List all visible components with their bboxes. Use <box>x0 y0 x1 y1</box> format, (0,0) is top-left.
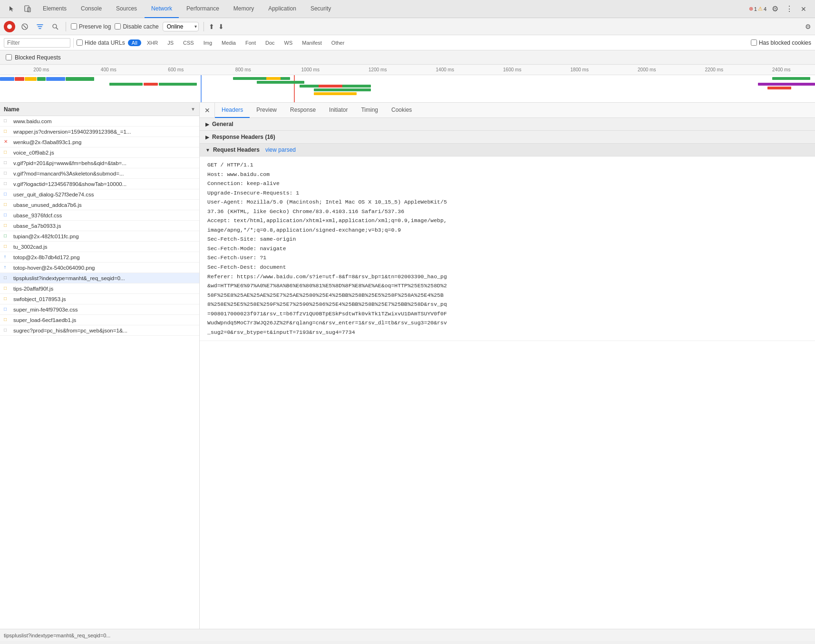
list-item[interactable]: □ tips-20affaf90f.js <box>0 283 199 294</box>
doc-icon: □ <box>4 275 10 282</box>
list-item[interactable]: ✕ wenku@2x-f3aba893c1.png <box>0 137 199 147</box>
tab-initiator[interactable]: Initiator <box>322 103 354 118</box>
tab-console[interactable]: Console <box>74 0 108 18</box>
list-item[interactable]: □ v.gif?pid=201&pj=www&fm=behs&qid=&tab=… <box>0 158 199 168</box>
sort-icon[interactable]: ▼ <box>191 107 195 112</box>
filter-font-button[interactable]: Font <box>242 39 260 46</box>
close-devtools-icon[interactable]: ✕ <box>798 3 809 15</box>
preserve-log-checkbox[interactable]: Preserve log <box>71 23 111 30</box>
warn-count: 4 <box>764 6 766 12</box>
filter-other-button[interactable]: Other <box>328 39 349 46</box>
filter-manifest-button[interactable]: Manifest <box>298 39 326 46</box>
filter-js-button[interactable]: JS <box>164 39 177 46</box>
list-item[interactable]: □ super_min-fe4f97903e.css <box>0 304 199 315</box>
list-item[interactable]: □ swfobject_0178953.js <box>0 294 199 304</box>
svg-line-3 <box>23 25 26 28</box>
hide-data-urls-checkbox[interactable]: Hide data URLs <box>77 39 125 46</box>
list-item[interactable]: □ tupian@2x-482fc011fc.png <box>0 231 199 242</box>
tab-memory[interactable]: Memory <box>227 0 261 18</box>
filter-img-button[interactable]: Img <box>200 39 216 46</box>
tab-application[interactable]: Application <box>262 0 303 18</box>
tab-response[interactable]: Response <box>283 103 322 118</box>
tab-security[interactable]: Security <box>304 0 338 18</box>
tab-performance[interactable]: Performance <box>180 0 226 18</box>
blocked-requests-checkbox[interactable] <box>6 54 12 60</box>
hide-data-urls-input[interactable] <box>77 39 83 46</box>
filter-input[interactable] <box>4 38 70 48</box>
list-item[interactable]: □ v.gif?logactid=1234567890&showTab=1000… <box>0 179 199 189</box>
tab-elements[interactable]: Elements <box>36 0 73 18</box>
name-column-header[interactable]: Name ▼ <box>0 103 199 116</box>
filter-xhr-button[interactable]: XHR <box>143 39 162 46</box>
export-har-button[interactable]: ⬇ <box>218 23 224 30</box>
disable-cache-checkbox[interactable]: Disable cache <box>115 23 158 30</box>
request-headers-section-header[interactable]: ▼ Request Headers view parsed <box>200 144 815 156</box>
css-icon: □ <box>4 212 10 219</box>
filter-doc-button[interactable]: Doc <box>262 39 279 46</box>
doc-icon: □ <box>4 160 10 166</box>
view-parsed-button[interactable]: view parsed <box>265 146 296 153</box>
response-headers-section-header[interactable]: ▶ Response Headers (16) <box>200 131 815 144</box>
svg-rect-0 <box>25 6 29 11</box>
list-item[interactable]: □ v.gif?mod=mancard%3Askeleton&submod=..… <box>0 168 199 179</box>
tick-5: 1200 ms <box>344 67 412 72</box>
tick-6: 1400 ms <box>411 67 479 72</box>
disable-cache-input[interactable] <box>115 23 121 29</box>
separator2 <box>204 22 204 31</box>
blocked-cookies-checkbox[interactable] <box>751 39 757 46</box>
list-item-selected[interactable]: □ tipspluslist?indextype=manht&_req_seqi… <box>0 273 199 283</box>
list-item[interactable]: □ ubase_9376fdcf.css <box>0 210 199 221</box>
chevron-right-icon: ▶ <box>205 135 209 140</box>
record-button[interactable] <box>4 21 15 32</box>
timeline-container[interactable]: 200 ms 400 ms 600 ms 800 ms 1000 ms 1200… <box>0 65 815 103</box>
tab-cookies[interactable]: Cookies <box>385 103 418 118</box>
blocked-requests-bar: Blocked Requests <box>0 50 815 65</box>
tab-sources[interactable]: Sources <box>109 0 144 18</box>
list-item[interactable]: ↑ totop-hover@2x-540c064090.png <box>0 263 199 273</box>
throttle-select-wrap: Online Fast 3G Slow 3G Offline ▾ <box>163 22 199 31</box>
more-options-icon[interactable]: ⋮ <box>784 3 795 15</box>
filter-ws-button[interactable]: WS <box>281 39 297 46</box>
list-item[interactable]: □ voice_c0f9ab2.js <box>0 147 199 158</box>
preserve-log-input[interactable] <box>71 23 77 29</box>
list-item[interactable]: □ super_load-6ecf1aedb1.js <box>0 315 199 325</box>
network-settings-icon[interactable]: ⚙ <box>805 23 811 30</box>
tick-9: 2000 ms <box>613 67 681 72</box>
js-icon: □ <box>4 149 10 156</box>
import-har-button[interactable]: ⬆ <box>209 23 214 30</box>
filter-type-buttons: All XHR JS CSS Img Media Font Doc WS Man… <box>128 39 748 46</box>
cursor-icon[interactable] <box>4 1 19 17</box>
list-item[interactable]: □ ubase_5a7b0933.js <box>0 221 199 231</box>
filter-all-button[interactable]: All <box>128 39 141 46</box>
list-item[interactable]: □ user_quit_dialog-527f3ede74.css <box>0 189 199 200</box>
list-item[interactable]: □ ubase_unused_addca7b6.js <box>0 200 199 210</box>
throttle-select[interactable]: Online Fast 3G Slow 3G Offline <box>163 22 199 31</box>
list-item[interactable]: □ sugrec?prod=pc_his&from=pc_web&json=1&… <box>0 325 199 336</box>
tab-network[interactable]: Network <box>145 0 179 18</box>
tab-timing[interactable]: Timing <box>354 103 385 118</box>
timeline-bars[interactable] <box>0 75 815 103</box>
list-item[interactable]: ↑ totop@2x-8b7db4d172.png <box>0 252 199 263</box>
js-icon: □ <box>4 296 10 302</box>
img-icon: ↑ <box>4 254 10 261</box>
filter-css-button[interactable]: CSS <box>179 39 198 46</box>
doc-icon: □ <box>4 181 10 187</box>
tick-2: 600 ms <box>142 67 210 72</box>
tab-headers[interactable]: Headers <box>215 103 250 118</box>
filter-media-button[interactable]: Media <box>218 39 240 46</box>
list-item[interactable]: □ www.baidu.com <box>0 116 199 127</box>
close-detail-button[interactable]: ✕ <box>200 103 215 118</box>
error-icon: ⊗ <box>749 6 753 12</box>
filter-icon[interactable] <box>34 21 46 32</box>
js-icon: □ <box>4 128 10 135</box>
list-item[interactable]: □ wrapper.js?cdnversion=15940239912398&_… <box>0 127 199 137</box>
tab-preview[interactable]: Preview <box>250 103 283 118</box>
general-section-header[interactable]: ▶ General <box>200 118 815 131</box>
device-icon[interactable] <box>20 1 35 17</box>
img-icon: ✕ <box>4 139 10 146</box>
list-item[interactable]: □ tu_3002cad.js <box>0 242 199 252</box>
clear-button[interactable] <box>19 21 30 32</box>
search-icon[interactable] <box>49 21 61 32</box>
settings-gear-icon[interactable]: ⚙ <box>769 3 781 15</box>
tick-0: 200 ms <box>8 67 75 72</box>
